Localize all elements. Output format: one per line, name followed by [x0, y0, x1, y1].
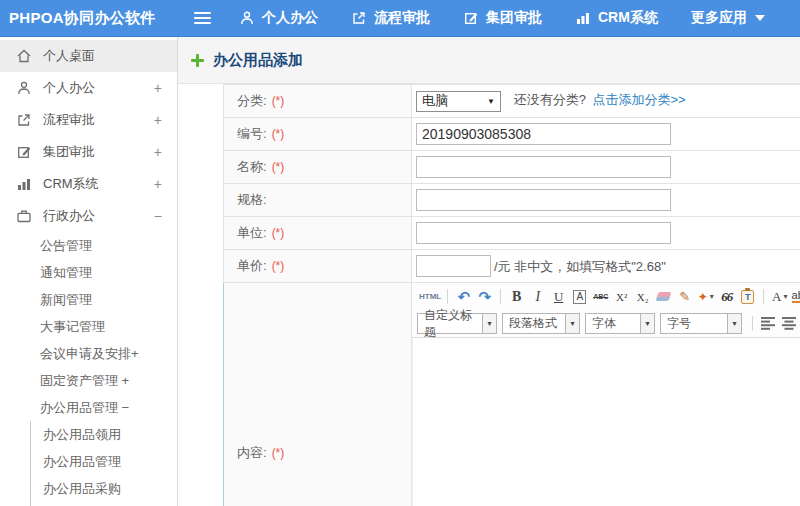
sidebar-item-memorabilia[interactable]: 大事记管理 [0, 313, 177, 340]
nav-group-approval[interactable]: 集团审批 [463, 9, 542, 27]
sidebar-item-personal-office[interactable]: 个人办公 + [0, 72, 177, 104]
format-paint-dropdown[interactable]: ✦ ▾ [696, 290, 715, 304]
caret-down-icon: ▾ [640, 314, 654, 333]
custom-title-dropdown[interactable]: 自定义标题 ▾ [417, 313, 497, 334]
name-input[interactable] [416, 156, 671, 178]
spec-label: 规格: [237, 192, 267, 207]
bold-icon[interactable]: B [507, 289, 526, 305]
add-plus-icon [191, 54, 204, 67]
toolbar-separator [500, 289, 501, 304]
superscript-icon[interactable]: X² [612, 291, 631, 303]
expand-plus-icon[interactable]: + [154, 80, 162, 96]
font-color-dropdown[interactable]: A ▾ [770, 289, 789, 305]
required-mark: (*) [272, 226, 285, 240]
brush-icon[interactable]: ✎ [675, 289, 694, 304]
add-category-link[interactable]: 点击添加分类>> [592, 92, 685, 107]
flow-icon [16, 112, 32, 128]
price-label-cell: 单价:(*) [224, 250, 412, 283]
top-header: PHPOA协同办公软件 个人办公 流程审批 集团审批 CRM系统 [0, 0, 800, 37]
sidebar-item-meeting[interactable]: 会议申请及安排+ [0, 340, 177, 367]
app-logo: PHPOA协同办公软件 [0, 9, 172, 28]
align-center-icon[interactable] [782, 317, 797, 330]
sidebar-item-office-supplies[interactable]: 办公用品管理 − [0, 394, 177, 421]
required-mark: (*) [272, 259, 285, 273]
required-mark: (*) [272, 127, 285, 141]
nav-label: 流程审批 [374, 9, 430, 27]
sidebar-item-flow-approval[interactable]: 流程审批 + [0, 104, 177, 136]
eraser-icon[interactable] [654, 292, 673, 301]
align-left-icon[interactable] [761, 317, 776, 330]
sidebar-item-supplies-claim[interactable]: 办公用品领用 [31, 421, 177, 448]
caret-down-icon: ▾ [783, 292, 787, 301]
form-row-name: 名称:(*) [224, 151, 800, 184]
expand-plus-icon[interactable]: + [154, 176, 162, 192]
sidebar: 个人桌面 个人办公 + 流程审批 + 集团审批 + CRM系统 + 行政办公 − [0, 37, 178, 506]
person-icon [16, 80, 32, 96]
unit-input[interactable] [416, 222, 671, 244]
subscript-icon[interactable]: X₂ [633, 291, 652, 303]
sidebar-item-label: 个人办公 [43, 79, 95, 97]
collapse-minus-icon[interactable]: − [154, 208, 162, 224]
sidebar-item-news[interactable]: 新闻管理 [0, 286, 177, 313]
code-label: 编号: [237, 126, 267, 141]
highlight-color-dropdown[interactable]: ab ▾ [791, 290, 800, 303]
nav-crm[interactable]: CRM系统 [575, 9, 658, 27]
nav-flow-approval[interactable]: 流程审批 [351, 9, 430, 27]
font-name-icon[interactable]: A [573, 290, 586, 304]
caret-down-icon: ▾ [710, 292, 714, 301]
source-code-button[interactable]: HTML [419, 292, 441, 301]
toolbar-separator [763, 289, 764, 304]
sidebar-item-supplies-manage[interactable]: 办公用品管理 [31, 448, 177, 475]
menu-toggle-icon[interactable] [194, 12, 211, 24]
caret-down-icon [755, 15, 765, 21]
nav-label: 个人办公 [262, 9, 318, 27]
category-select[interactable]: 电脑 ▼ [416, 91, 501, 112]
caret-down-icon: ▾ [727, 314, 741, 333]
form-row-code: 编号:(*) [224, 118, 800, 151]
name-label-cell: 名称:(*) [224, 151, 412, 184]
spec-label-cell: 规格: [224, 184, 412, 217]
nav-more-apps[interactable]: 更多应用 [691, 9, 765, 27]
select-arrow-icon: ▼ [487, 97, 495, 106]
unit-label-cell: 单位:(*) [224, 217, 412, 250]
price-input[interactable] [416, 255, 491, 277]
edit-icon [16, 144, 32, 160]
sidebar-item-label: 个人桌面 [43, 47, 95, 65]
sidebar-item-crm[interactable]: CRM系统 + [0, 168, 177, 200]
font-family-dropdown[interactable]: 字体 ▾ [585, 313, 655, 334]
toolbar-separator [447, 289, 448, 304]
expand-plus-icon[interactable]: + [154, 112, 162, 128]
editor-content-area[interactable] [412, 338, 800, 506]
sidebar-item-notice[interactable]: 通知管理 [0, 259, 177, 286]
underline-icon[interactable]: U [549, 289, 568, 305]
chart-icon [575, 10, 591, 26]
category-select-value: 电脑 [422, 92, 448, 110]
nav-personal-office[interactable]: 个人办公 [239, 9, 318, 27]
italic-icon[interactable]: I [528, 289, 547, 305]
home-icon [16, 48, 32, 64]
sidebar-item-announcement[interactable]: 公告管理 [0, 232, 177, 259]
code-input[interactable] [416, 123, 671, 145]
category-label-cell: 分类:(*) [224, 85, 412, 118]
spec-input[interactable] [416, 189, 671, 211]
sidebar-item-desktop[interactable]: 个人桌面 [0, 40, 177, 72]
caret-down-icon: ▾ [482, 314, 496, 333]
font-color-icon: A [772, 289, 781, 305]
price-label: 单价: [237, 258, 267, 273]
font-size-dropdown[interactable]: 字号 ▾ [660, 313, 742, 334]
redo-icon[interactable]: ↷ [475, 288, 494, 306]
category-label: 分类: [237, 93, 267, 108]
category-value-cell: 电脑 ▼ 还没有分类? 点击添加分类>> [412, 85, 800, 118]
toolbar-separator [752, 316, 753, 331]
blockquote-icon[interactable]: 66 [717, 289, 736, 305]
paste-icon[interactable]: T [738, 290, 757, 304]
expand-plus-icon[interactable]: + [154, 144, 162, 160]
sidebar-item-admin-office[interactable]: 行政办公 − [0, 200, 177, 232]
sidebar-item-group-approval[interactable]: 集团审批 + [0, 136, 177, 168]
strikethrough-icon[interactable]: ABC [591, 293, 610, 300]
undo-icon[interactable]: ↶ [454, 288, 473, 306]
paragraph-format-dropdown[interactable]: 段落格式 ▾ [502, 313, 580, 334]
sidebar-item-fixed-assets[interactable]: 固定资产管理 + [0, 367, 177, 394]
sidebar-item-supplies-purchase[interactable]: 办公用品采购 [31, 475, 177, 502]
nav-label: CRM系统 [598, 9, 658, 27]
